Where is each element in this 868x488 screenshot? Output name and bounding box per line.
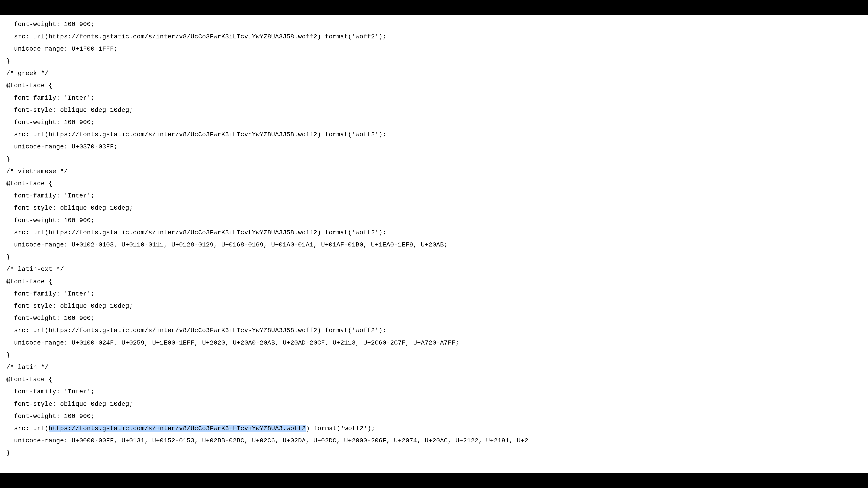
css-source-code[interactable]: font-weight: 100 900; src: url(https://f… <box>6 18 862 459</box>
code-line[interactable]: unicode-range: U+0370-03FF; <box>6 143 118 150</box>
code-line[interactable]: font-style: oblique 0deg 10deg; <box>6 400 133 408</box>
code-line[interactable]: /* vietnamese */ <box>6 168 68 175</box>
code-line[interactable]: font-family: 'Inter'; <box>6 94 95 101</box>
code-line[interactable]: @font-face { <box>6 376 53 383</box>
code-line[interactable]: src: url(https://fonts.gstatic.com/s/int… <box>6 327 386 334</box>
code-line[interactable]: @font-face { <box>6 82 53 89</box>
code-line[interactable]: font-weight: 100 900; <box>6 21 95 28</box>
code-line[interactable]: src: url(https://fonts.gstatic.com/s/int… <box>6 229 386 236</box>
viewport: font-weight: 100 900; src: url(https://f… <box>0 0 868 488</box>
code-line[interactable]: font-style: oblique 0deg 10deg; <box>6 204 133 212</box>
selected-url-text[interactable]: https://fonts.gstatic.com/s/inter/v8/UcC… <box>49 425 306 432</box>
code-line[interactable]: font-family: 'Inter'; <box>6 290 95 297</box>
code-line[interactable]: /* latin-ext */ <box>6 266 64 273</box>
code-line[interactable]: unicode-range: U+0000-00FF, U+0131, U+01… <box>6 437 528 444</box>
code-line[interactable]: font-style: oblique 0deg 10deg; <box>6 107 133 113</box>
code-line[interactable]: font-family: 'Inter'; <box>6 388 95 395</box>
code-line[interactable]: } <box>6 156 10 163</box>
code-line[interactable]: src: url(https://fonts.gstatic.com/s/int… <box>6 131 386 138</box>
code-line[interactable]: unicode-range: U+1F00-1FFF; <box>6 45 118 53</box>
code-line[interactable]: font-style: oblique 0deg 10deg; <box>6 302 133 310</box>
code-line[interactable]: @font-face { <box>6 278 53 285</box>
code-line[interactable]: /* greek */ <box>6 70 49 77</box>
code-line[interactable]: src: url(https://fonts.gstatic.com/s/int… <box>6 425 375 432</box>
code-line[interactable]: } <box>6 254 10 260</box>
code-line[interactable]: } <box>6 352 10 359</box>
code-line[interactable]: } <box>6 58 10 65</box>
code-line[interactable]: src: url(https://fonts.gstatic.com/s/int… <box>6 33 386 40</box>
code-line[interactable]: font-weight: 100 900; <box>6 315 95 322</box>
code-line[interactable]: /* latin */ <box>6 364 49 371</box>
code-editor-area[interactable]: font-weight: 100 900; src: url(https://f… <box>0 15 868 473</box>
code-line[interactable]: font-weight: 100 900; <box>6 413 95 420</box>
code-line[interactable]: @font-face { <box>6 180 53 187</box>
code-line[interactable]: } <box>6 449 10 456</box>
code-line[interactable]: font-weight: 100 900; <box>6 217 95 224</box>
code-line[interactable]: unicode-range: U+0100-024F, U+0259, U+1E… <box>6 339 459 346</box>
code-line[interactable]: unicode-range: U+0102-0103, U+0110-0111,… <box>6 241 448 248</box>
code-line[interactable]: font-weight: 100 900; <box>6 119 95 126</box>
code-line[interactable]: font-family: 'Inter'; <box>6 192 95 199</box>
